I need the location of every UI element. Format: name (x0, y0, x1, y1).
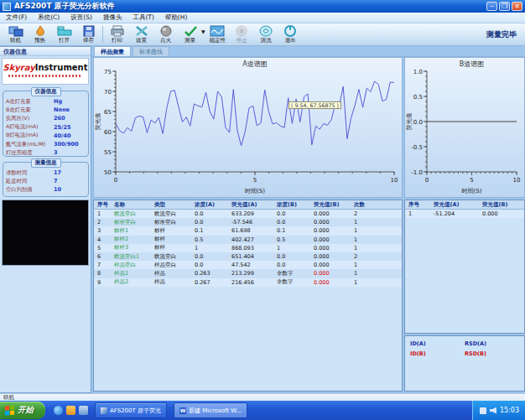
volume-icon[interactable] (490, 407, 496, 414)
start-button[interactable]: 开始 (0, 402, 45, 419)
desktop-icon[interactable] (79, 406, 88, 415)
info-label: 空白判别值 (6, 186, 54, 194)
table-cell: 651.404 (228, 253, 273, 260)
window-title: AFS200T 原子荧光分析软件 (14, 1, 486, 12)
table-cell: 0.0 (191, 262, 228, 268)
table-cell: 样品空白 (151, 262, 191, 269)
menu-camera[interactable]: 摄像头 (103, 13, 122, 22)
tray-device-icon[interactable] (480, 407, 486, 414)
exit-button[interactable]: 退出 (278, 23, 303, 45)
table-row[interactable]: 9样品2样品0.267216.456非数字0.0001 (94, 278, 402, 287)
stop-button[interactable]: 停止 (230, 23, 254, 45)
sample-table-body: 1载流空白载流空白0.0633.2090.00.00022标准空白标准空白0.0… (94, 210, 402, 287)
chart-b-panel[interactable]: B道谱图0510-1.0-0.50.00.51.0时间(S)荧光值 (404, 57, 525, 198)
menu-tools[interactable]: 工具(T) (133, 13, 153, 22)
instrument-panel-header: 仪器信息 (0, 47, 91, 56)
ignite-button[interactable]: 点火 (153, 23, 178, 45)
table-row[interactable]: 1载流空白载流空白0.0633.2090.00.0002 (94, 210, 402, 218)
svg-text:5: 5 (253, 177, 257, 184)
close-button[interactable]: × (512, 2, 522, 11)
save-button[interactable]: 保存 (76, 23, 101, 45)
column-header[interactable]: 浓度(B) (273, 201, 310, 209)
table-row[interactable]: 8样品1样品0.263213.299非数字0.0001 (94, 269, 402, 277)
info-row: 空白判别值10 (6, 185, 86, 194)
table-cell: 0.000 (310, 236, 351, 243)
info-row: B道灯元素None (6, 106, 86, 114)
word-doc-icon: W (179, 407, 186, 414)
stats-panel: ID(A) RSD(A) ID(B) RSD(B) (404, 335, 525, 391)
column-header[interactable]: 序号 (94, 201, 111, 209)
info-label: 灯丝亮暗度 (6, 149, 54, 157)
table-row[interactable]: 7样品空白样品空白0.047.5420.00.0001 (94, 261, 402, 269)
info-label: 氩气流量(mL/M) (6, 141, 54, 148)
svg-text:荧光值: 荧光值 (95, 113, 101, 131)
print-button[interactable]: 打印 (105, 23, 129, 45)
info-row: 负高压(V)260 (6, 114, 86, 122)
instrument-info-rows: A道灯元素HgB道灯元素None负高压(V)260A灯电流(mA)25/25B灯… (3, 91, 88, 157)
column-header[interactable]: 荧光值(B) (310, 201, 351, 209)
minimize-button[interactable]: – (486, 2, 497, 11)
info-label: A灯电流(mA) (6, 123, 54, 131)
table-row[interactable]: 3标样1标样0.161.6980.10.0001 (94, 226, 402, 235)
tab-sample-measure[interactable]: 样品测量 (94, 46, 131, 56)
browser-icon[interactable] (54, 406, 63, 415)
info-value: 40/40 (54, 132, 86, 139)
preheat-button[interactable]: 预热 (28, 23, 52, 45)
info-row: 氩气流量(mL/M)300/900 (6, 140, 86, 148)
table-cell: 标样 (151, 236, 191, 243)
instrument-info-legend: 仪器信息 (31, 87, 61, 96)
tabstrip: 样品测量 标准曲线 (92, 46, 525, 57)
column-header[interactable]: 荧光值(B) (479, 201, 522, 209)
chart-a-panel[interactable]: A道谱图0510505560657075时间(S)荧光值 ( 9.54, 67.… (93, 57, 403, 198)
svg-text:1.0: 1.0 (413, 69, 423, 75)
column-header[interactable]: 序号 (405, 201, 430, 209)
column-header[interactable]: 荧光值(A) (228, 201, 273, 209)
table-cell: 0.0 (273, 262, 310, 268)
svg-text:时间(S): 时间(S) (462, 188, 482, 194)
table-row[interactable]: 4标样2标样0.5402.4270.50.0001 (94, 236, 402, 244)
menu-file[interactable]: 文件(F) (6, 13, 27, 22)
menu-settings[interactable]: 设置(S) (70, 13, 92, 22)
connect-button[interactable]: 联机 (3, 23, 28, 45)
table-cell: 标样2 (111, 236, 151, 243)
result-table-header: 序号荧光值(A)荧光值(B) (405, 200, 524, 210)
maximize-button[interactable]: ❐ (499, 2, 510, 11)
table-row[interactable]: 6载流空白1载流空白0.0651.4040.00.0002 (94, 252, 402, 261)
column-header[interactable]: 名称 (111, 201, 151, 209)
info-value: 17 (54, 169, 86, 176)
table-row[interactable]: 1-51.2040.000 (405, 210, 524, 218)
info-label: 读数时间 (6, 169, 54, 177)
table-cell: 4 (94, 236, 111, 243)
measure-button[interactable]: 测量 (178, 23, 202, 45)
settings-button[interactable]: 设置 (129, 23, 153, 45)
open-button[interactable]: 打开 (52, 23, 76, 45)
taskbar-task-word[interactable]: W 新建 Microsoft W... (174, 402, 247, 418)
info-label: B灯电流(mA) (6, 132, 54, 139)
toolbar-separator (102, 26, 103, 43)
power-icon (282, 25, 299, 37)
stability-button[interactable]: 稳定性 (205, 23, 230, 45)
menu-help[interactable]: 帮助(H) (165, 13, 188, 22)
column-header[interactable]: 次数 (351, 201, 374, 209)
menu-system[interactable]: 系统(C) (38, 13, 60, 22)
table-cell: 0.000 (310, 245, 351, 251)
table-row[interactable]: 2标准空白标准空白0.0-57.5460.00.0001 (94, 218, 402, 226)
column-header[interactable]: 荧光值(A) (430, 201, 479, 209)
folder-icon (56, 25, 73, 37)
info-value: 10 (54, 186, 86, 193)
tab-standard-curve[interactable]: 标准曲线 (133, 46, 169, 56)
stop-icon (233, 25, 250, 37)
table-cell: 633.209 (228, 210, 273, 217)
column-header[interactable]: 类型 (151, 201, 191, 209)
table-row[interactable]: 5标样3标样1868.09310.0001 (94, 244, 402, 252)
column-header[interactable]: 浓度(A) (191, 201, 228, 209)
svg-text:10: 10 (513, 177, 521, 184)
table-cell: 9 (94, 279, 111, 286)
table-cell: 2 (351, 210, 374, 217)
logo-subtext-strip (8, 75, 82, 77)
quick-launch-icon[interactable] (66, 406, 75, 415)
taskbar-task-afs[interactable]: AFS200T 原子荧光 (95, 402, 167, 418)
table-cell: 0.000 (310, 227, 351, 234)
info-value: 25/25 (54, 124, 86, 131)
wash-button[interactable]: 清洗 (254, 23, 278, 45)
